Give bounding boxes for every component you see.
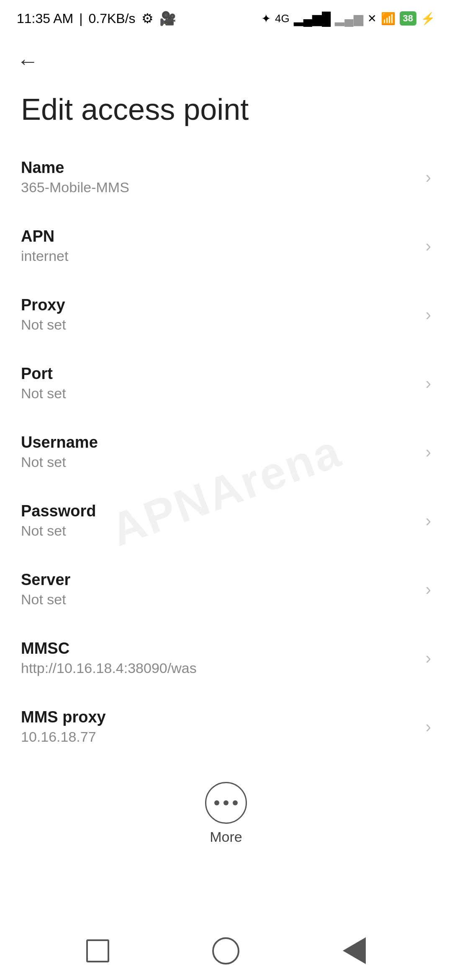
camera-icon: 🎥 bbox=[159, 10, 176, 26]
status-separator: | bbox=[79, 11, 82, 26]
back-arrow-icon: ← bbox=[17, 49, 39, 73]
settings-value-4: Not set bbox=[21, 454, 417, 470]
settings-label-8: MMS proxy bbox=[21, 708, 417, 726]
settings-item-name[interactable]: Name 365-Mobile-MMS › bbox=[0, 143, 452, 211]
chevron-right-icon-4: › bbox=[426, 443, 431, 462]
settings-item-content-6: Server Not set bbox=[21, 571, 417, 608]
bluetooth-icon: ✦ bbox=[261, 12, 271, 26]
settings-label-3: Port bbox=[21, 365, 417, 383]
more-button[interactable] bbox=[205, 782, 247, 824]
more-dots bbox=[214, 800, 238, 805]
settings-item-port[interactable]: Port Not set › bbox=[0, 349, 452, 418]
signal-bars-icon: ▂▄▆█ bbox=[294, 11, 331, 26]
dot1 bbox=[214, 800, 219, 805]
back-icon bbox=[343, 937, 366, 964]
dot2 bbox=[223, 800, 229, 805]
settings-item-mms-proxy[interactable]: MMS proxy 10.16.18.77 › bbox=[0, 692, 452, 761]
status-bar: 11:35 AM | 0.7KB/s ⚙ 🎥 ✦ 4G ▂▄▆█ ▂▄▆ ✕ 📶… bbox=[0, 0, 452, 34]
settings-label-4: Username bbox=[21, 433, 417, 451]
settings-item-content-2: Proxy Not set bbox=[21, 296, 417, 333]
recents-icon bbox=[86, 939, 109, 962]
nav-home-button[interactable] bbox=[201, 934, 251, 967]
settings-item-content-4: Username Not set bbox=[21, 433, 417, 470]
settings-value-2: Not set bbox=[21, 317, 417, 333]
settings-value-6: Not set bbox=[21, 591, 417, 608]
status-right: ✦ 4G ▂▄▆█ ▂▄▆ ✕ 📶 38 ⚡ bbox=[261, 11, 435, 26]
settings-item-server[interactable]: Server Not set › bbox=[0, 555, 452, 624]
settings-value-1: internet bbox=[21, 248, 417, 264]
more-label: More bbox=[210, 829, 242, 845]
settings-item-proxy[interactable]: Proxy Not set › bbox=[0, 280, 452, 349]
home-icon bbox=[212, 937, 239, 965]
settings-item-content-1: APN internet bbox=[21, 227, 417, 264]
navigation-bar bbox=[0, 921, 452, 980]
settings-label-0: Name bbox=[21, 159, 417, 177]
settings-item-content-7: MMSC http://10.16.18.4:38090/was bbox=[21, 640, 417, 676]
settings-item-content-8: MMS proxy 10.16.18.77 bbox=[21, 708, 417, 745]
status-left: 11:35 AM | 0.7KB/s ⚙ 🎥 bbox=[17, 10, 176, 26]
chevron-right-icon-0: › bbox=[426, 168, 431, 187]
signal-x-icon: ✕ bbox=[367, 12, 377, 25]
signal-4g-icon: 4G bbox=[275, 12, 290, 25]
settings-item-password[interactable]: Password Not set › bbox=[0, 486, 452, 555]
page-title: Edit access point bbox=[0, 80, 452, 143]
chevron-right-icon-8: › bbox=[426, 717, 431, 736]
chevron-right-icon-2: › bbox=[426, 305, 431, 324]
settings-list: Name 365-Mobile-MMS › APN internet › Pro… bbox=[0, 143, 452, 761]
status-speed: 0.7KB/s bbox=[89, 11, 136, 26]
charging-icon: ⚡ bbox=[421, 12, 435, 26]
settings-value-7: http://10.16.18.4:38090/was bbox=[21, 660, 417, 676]
settings-item-content-0: Name 365-Mobile-MMS bbox=[21, 159, 417, 196]
nav-back-button[interactable] bbox=[329, 934, 380, 967]
status-time: 11:35 AM bbox=[17, 11, 73, 26]
dot3 bbox=[233, 800, 238, 805]
more-section: More bbox=[0, 761, 452, 858]
toolbar: ← bbox=[0, 34, 452, 80]
chevron-right-icon-6: › bbox=[426, 580, 431, 599]
settings-value-0: 365-Mobile-MMS bbox=[21, 179, 417, 196]
signal-bars2-icon: ▂▄▆ bbox=[335, 11, 363, 26]
settings-item-content-5: Password Not set bbox=[21, 502, 417, 539]
settings-label-1: APN bbox=[21, 227, 417, 245]
settings-item-username[interactable]: Username Not set › bbox=[0, 418, 452, 486]
settings-icon: ⚙ bbox=[141, 10, 154, 26]
settings-value-3: Not set bbox=[21, 385, 417, 402]
settings-item-mmsc[interactable]: MMSC http://10.16.18.4:38090/was › bbox=[0, 624, 452, 692]
settings-label-6: Server bbox=[21, 571, 417, 589]
settings-label-7: MMSC bbox=[21, 640, 417, 658]
chevron-right-icon-3: › bbox=[426, 374, 431, 393]
settings-label-2: Proxy bbox=[21, 296, 417, 314]
settings-value-5: Not set bbox=[21, 523, 417, 539]
chevron-right-icon-7: › bbox=[426, 649, 431, 668]
back-button[interactable]: ← bbox=[13, 46, 43, 76]
settings-label-5: Password bbox=[21, 502, 417, 520]
nav-recents-button[interactable] bbox=[72, 934, 123, 967]
chevron-right-icon-5: › bbox=[426, 511, 431, 530]
battery-indicator: 38 bbox=[400, 11, 416, 26]
battery-level: 38 bbox=[403, 13, 413, 24]
chevron-right-icon-1: › bbox=[426, 237, 431, 255]
settings-value-8: 10.16.18.77 bbox=[21, 729, 417, 745]
wifi-icon: 📶 bbox=[381, 12, 396, 26]
settings-item-apn[interactable]: APN internet › bbox=[0, 211, 452, 280]
settings-item-content-3: Port Not set bbox=[21, 365, 417, 402]
